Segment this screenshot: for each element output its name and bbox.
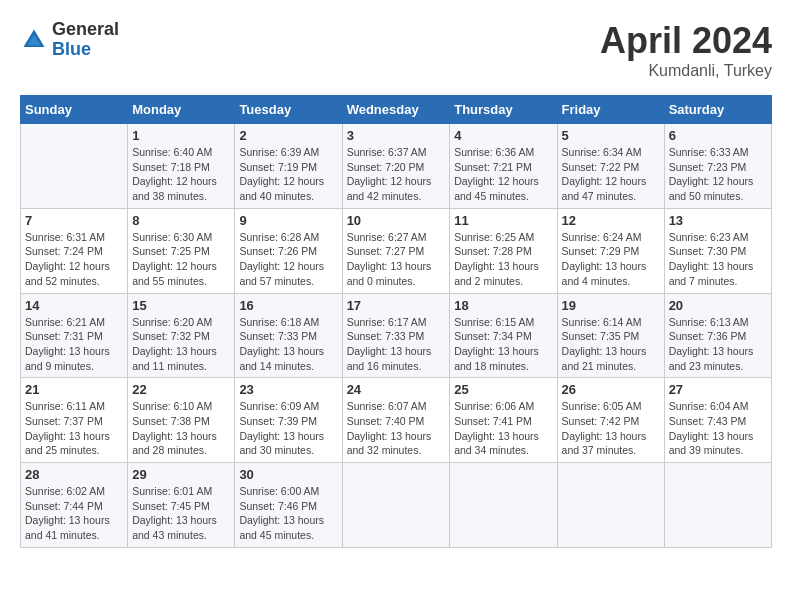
calendar-cell: 22 Sunrise: 6:10 AMSunset: 7:38 PMDaylig… [128, 378, 235, 463]
day-info: Sunrise: 6:07 AMSunset: 7:40 PMDaylight:… [347, 400, 432, 456]
month-title: April 2024 [600, 20, 772, 62]
calendar-cell: 10 Sunrise: 6:27 AMSunset: 7:27 PMDaylig… [342, 208, 450, 293]
day-info: Sunrise: 6:01 AMSunset: 7:45 PMDaylight:… [132, 485, 217, 541]
calendar-cell [450, 463, 557, 548]
day-info: Sunrise: 6:18 AMSunset: 7:33 PMDaylight:… [239, 316, 324, 372]
calendar-cell: 1 Sunrise: 6:40 AMSunset: 7:18 PMDayligh… [128, 124, 235, 209]
day-info: Sunrise: 6:15 AMSunset: 7:34 PMDaylight:… [454, 316, 539, 372]
day-number: 24 [347, 382, 446, 397]
calendar-cell: 30 Sunrise: 6:00 AMSunset: 7:46 PMDaylig… [235, 463, 342, 548]
day-number: 26 [562, 382, 660, 397]
calendar-cell: 3 Sunrise: 6:37 AMSunset: 7:20 PMDayligh… [342, 124, 450, 209]
calendar-cell: 20 Sunrise: 6:13 AMSunset: 7:36 PMDaylig… [664, 293, 771, 378]
day-info: Sunrise: 6:14 AMSunset: 7:35 PMDaylight:… [562, 316, 647, 372]
calendar-cell: 12 Sunrise: 6:24 AMSunset: 7:29 PMDaylig… [557, 208, 664, 293]
day-number: 25 [454, 382, 552, 397]
calendar-week-row: 21 Sunrise: 6:11 AMSunset: 7:37 PMDaylig… [21, 378, 772, 463]
day-number: 6 [669, 128, 767, 143]
logo-text: General Blue [52, 20, 119, 60]
calendar-cell: 28 Sunrise: 6:02 AMSunset: 7:44 PMDaylig… [21, 463, 128, 548]
day-number: 11 [454, 213, 552, 228]
day-info: Sunrise: 6:25 AMSunset: 7:28 PMDaylight:… [454, 231, 539, 287]
day-info: Sunrise: 6:27 AMSunset: 7:27 PMDaylight:… [347, 231, 432, 287]
calendar-cell: 29 Sunrise: 6:01 AMSunset: 7:45 PMDaylig… [128, 463, 235, 548]
day-info: Sunrise: 6:30 AMSunset: 7:25 PMDaylight:… [132, 231, 217, 287]
calendar-cell [557, 463, 664, 548]
calendar-cell: 27 Sunrise: 6:04 AMSunset: 7:43 PMDaylig… [664, 378, 771, 463]
calendar-cell [664, 463, 771, 548]
day-number: 17 [347, 298, 446, 313]
calendar-cell: 2 Sunrise: 6:39 AMSunset: 7:19 PMDayligh… [235, 124, 342, 209]
calendar-cell: 21 Sunrise: 6:11 AMSunset: 7:37 PMDaylig… [21, 378, 128, 463]
page-header: General Blue April 2024 Kumdanli, Turkey [20, 20, 772, 80]
title-area: April 2024 Kumdanli, Turkey [600, 20, 772, 80]
day-info: Sunrise: 6:06 AMSunset: 7:41 PMDaylight:… [454, 400, 539, 456]
calendar-cell: 5 Sunrise: 6:34 AMSunset: 7:22 PMDayligh… [557, 124, 664, 209]
calendar-cell: 13 Sunrise: 6:23 AMSunset: 7:30 PMDaylig… [664, 208, 771, 293]
calendar-table: SundayMondayTuesdayWednesdayThursdayFrid… [20, 95, 772, 548]
logo-general: General [52, 20, 119, 40]
day-info: Sunrise: 6:36 AMSunset: 7:21 PMDaylight:… [454, 146, 539, 202]
day-number: 7 [25, 213, 123, 228]
day-number: 19 [562, 298, 660, 313]
day-info: Sunrise: 6:20 AMSunset: 7:32 PMDaylight:… [132, 316, 217, 372]
day-info: Sunrise: 6:02 AMSunset: 7:44 PMDaylight:… [25, 485, 110, 541]
day-number: 5 [562, 128, 660, 143]
logo-blue: Blue [52, 40, 119, 60]
day-number: 9 [239, 213, 337, 228]
header-day-friday: Friday [557, 96, 664, 124]
calendar-cell: 17 Sunrise: 6:17 AMSunset: 7:33 PMDaylig… [342, 293, 450, 378]
day-info: Sunrise: 6:33 AMSunset: 7:23 PMDaylight:… [669, 146, 754, 202]
header-day-tuesday: Tuesday [235, 96, 342, 124]
day-info: Sunrise: 6:05 AMSunset: 7:42 PMDaylight:… [562, 400, 647, 456]
day-number: 22 [132, 382, 230, 397]
day-info: Sunrise: 6:23 AMSunset: 7:30 PMDaylight:… [669, 231, 754, 287]
day-info: Sunrise: 6:37 AMSunset: 7:20 PMDaylight:… [347, 146, 432, 202]
day-info: Sunrise: 6:21 AMSunset: 7:31 PMDaylight:… [25, 316, 110, 372]
day-number: 14 [25, 298, 123, 313]
calendar-cell: 9 Sunrise: 6:28 AMSunset: 7:26 PMDayligh… [235, 208, 342, 293]
day-number: 30 [239, 467, 337, 482]
calendar-cell: 19 Sunrise: 6:14 AMSunset: 7:35 PMDaylig… [557, 293, 664, 378]
calendar-cell: 25 Sunrise: 6:06 AMSunset: 7:41 PMDaylig… [450, 378, 557, 463]
calendar-cell: 18 Sunrise: 6:15 AMSunset: 7:34 PMDaylig… [450, 293, 557, 378]
day-info: Sunrise: 6:24 AMSunset: 7:29 PMDaylight:… [562, 231, 647, 287]
day-info: Sunrise: 6:17 AMSunset: 7:33 PMDaylight:… [347, 316, 432, 372]
location-subtitle: Kumdanli, Turkey [600, 62, 772, 80]
logo-icon [20, 26, 48, 54]
day-number: 8 [132, 213, 230, 228]
calendar-cell [21, 124, 128, 209]
calendar-cell: 4 Sunrise: 6:36 AMSunset: 7:21 PMDayligh… [450, 124, 557, 209]
calendar-cell: 8 Sunrise: 6:30 AMSunset: 7:25 PMDayligh… [128, 208, 235, 293]
day-number: 27 [669, 382, 767, 397]
day-info: Sunrise: 6:10 AMSunset: 7:38 PMDaylight:… [132, 400, 217, 456]
day-number: 28 [25, 467, 123, 482]
day-number: 13 [669, 213, 767, 228]
calendar-cell: 7 Sunrise: 6:31 AMSunset: 7:24 PMDayligh… [21, 208, 128, 293]
calendar-week-row: 7 Sunrise: 6:31 AMSunset: 7:24 PMDayligh… [21, 208, 772, 293]
day-number: 3 [347, 128, 446, 143]
calendar-cell: 26 Sunrise: 6:05 AMSunset: 7:42 PMDaylig… [557, 378, 664, 463]
calendar-cell: 6 Sunrise: 6:33 AMSunset: 7:23 PMDayligh… [664, 124, 771, 209]
calendar-cell: 24 Sunrise: 6:07 AMSunset: 7:40 PMDaylig… [342, 378, 450, 463]
header-day-thursday: Thursday [450, 96, 557, 124]
day-number: 21 [25, 382, 123, 397]
calendar-week-row: 1 Sunrise: 6:40 AMSunset: 7:18 PMDayligh… [21, 124, 772, 209]
day-info: Sunrise: 6:31 AMSunset: 7:24 PMDaylight:… [25, 231, 110, 287]
calendar-cell: 15 Sunrise: 6:20 AMSunset: 7:32 PMDaylig… [128, 293, 235, 378]
day-info: Sunrise: 6:04 AMSunset: 7:43 PMDaylight:… [669, 400, 754, 456]
day-info: Sunrise: 6:09 AMSunset: 7:39 PMDaylight:… [239, 400, 324, 456]
header-day-monday: Monday [128, 96, 235, 124]
day-number: 16 [239, 298, 337, 313]
calendar-cell: 14 Sunrise: 6:21 AMSunset: 7:31 PMDaylig… [21, 293, 128, 378]
day-number: 29 [132, 467, 230, 482]
header-day-saturday: Saturday [664, 96, 771, 124]
day-number: 18 [454, 298, 552, 313]
day-info: Sunrise: 6:28 AMSunset: 7:26 PMDaylight:… [239, 231, 324, 287]
day-number: 4 [454, 128, 552, 143]
day-number: 10 [347, 213, 446, 228]
header-day-wednesday: Wednesday [342, 96, 450, 124]
header-day-sunday: Sunday [21, 96, 128, 124]
calendar-week-row: 14 Sunrise: 6:21 AMSunset: 7:31 PMDaylig… [21, 293, 772, 378]
calendar-cell: 23 Sunrise: 6:09 AMSunset: 7:39 PMDaylig… [235, 378, 342, 463]
